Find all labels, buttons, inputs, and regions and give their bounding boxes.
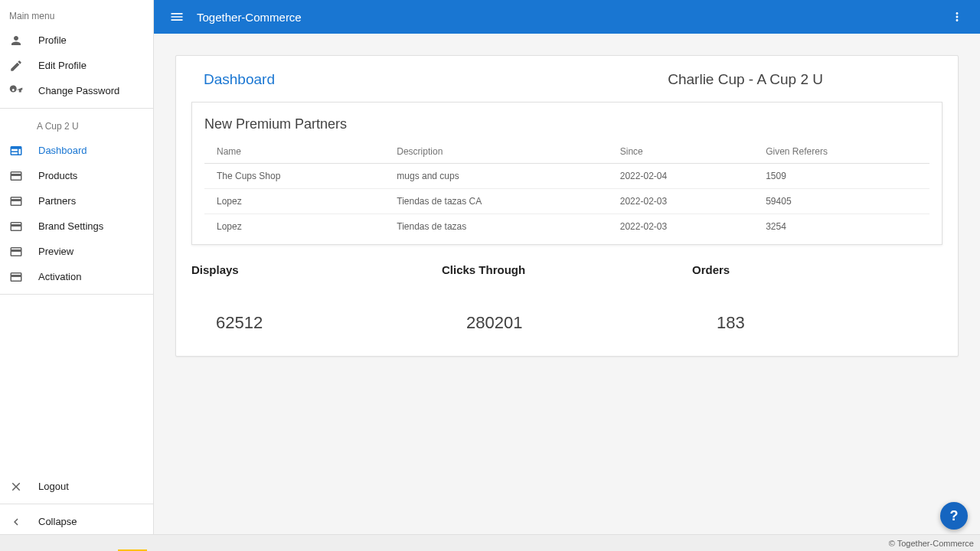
stat-displays: Displays 62512 [191,263,442,333]
table-row[interactable]: Lopez Tiendas de tazas 2022-02-03 3254 [204,214,929,245]
web-icon [9,144,28,158]
sidebar-item-collapse[interactable]: Collapse [0,509,153,534]
sidebar-item-label: Preview [38,246,74,257]
partners-table: Name Description Since Given Referers Th… [204,140,929,244]
sidebar-header: Main menu [0,0,153,28]
close-icon [9,480,28,494]
stat-label: Clicks Through [442,263,692,276]
sidebar-item-label: Products [38,170,77,181]
cell-referers: 59405 [753,189,929,214]
col-since: Since [608,140,753,164]
sidebar-item-dashboard[interactable]: Dashboard [0,138,153,163]
page-title: Charlie Cup - A Cup 2 U [668,71,823,88]
person-icon [9,34,28,47]
section-title: New Premium Partners [204,116,929,132]
table-row[interactable]: Lopez Tiendas de tazas CA 2022-02-03 594… [204,189,929,214]
stat-value: 62512 [191,313,442,333]
col-name: Name [204,140,384,164]
chevron-left-icon [9,515,28,529]
cell-name: Lopez [204,214,384,245]
stat-clicks: Clicks Through 280201 [442,263,692,333]
sidebar-item-change-password[interactable]: Change Password [0,78,153,103]
cell-desc: mugs and cups [384,164,607,189]
sidebar-item-label: Dashboard [38,145,87,156]
divider [0,108,153,109]
dashboard-card: Dashboard Charlie Cup - A Cup 2 U New Pr… [175,55,959,357]
sidebar-item-label: Logout [38,481,69,492]
sidebar: Main menu Profile Edit Profile Change Pa… [0,0,154,534]
col-description: Description [384,140,607,164]
more-vert-icon [950,10,964,24]
sidebar-item-label: Collapse [38,516,77,527]
stat-value: 183 [692,313,942,333]
card-icon [9,270,28,284]
footer: © Together-Commerce [0,534,980,551]
cell-since: 2022-02-03 [608,189,753,214]
partners-section: New Premium Partners Name Description Si… [191,102,942,245]
sidebar-item-label: Activation [38,271,81,282]
hamburger-icon [169,9,185,24]
cell-since: 2022-02-04 [608,164,753,189]
stat-value: 280201 [442,313,692,333]
sidebar-item-activation[interactable]: Activation [0,264,153,289]
cell-desc: Tiendas de tazas CA [384,189,607,214]
topbar: Together-Commerce [154,0,980,34]
sidebar-item-edit-profile[interactable]: Edit Profile [0,53,153,78]
sidebar-item-profile[interactable]: Profile [0,28,153,53]
help-fab-button[interactable]: ? [940,502,968,530]
cell-name: The Cups Shop [204,164,384,189]
cell-name: Lopez [204,189,384,214]
card-icon [9,194,28,208]
sidebar-item-label: Partners [38,195,76,207]
divider [0,504,153,504]
table-row[interactable]: The Cups Shop mugs and cups 2022-02-04 1… [204,164,929,189]
sidebar-item-partners[interactable]: Partners [0,188,153,214]
cell-desc: Tiendas de tazas [384,214,607,245]
sidebar-item-label: Edit Profile [38,60,87,71]
sidebar-item-label: Brand Settings [38,220,103,232]
sidebar-sub-header: A Cup 2 U [0,113,153,138]
sidebar-item-products[interactable]: Products [0,163,153,188]
stat-label: Orders [692,263,942,276]
sidebar-item-logout[interactable]: Logout [0,474,153,499]
card-icon [9,220,28,233]
cell-referers: 3254 [753,214,929,245]
key-icon [9,84,28,98]
sidebar-item-preview[interactable]: Preview [0,239,153,264]
cell-referers: 1509 [753,164,929,189]
copyright: © Together-Commerce [889,539,974,548]
card-icon [9,169,28,183]
card-icon [9,245,28,259]
more-menu-button[interactable] [943,3,971,31]
main-content: Dashboard Charlie Cup - A Cup 2 U New Pr… [154,34,980,534]
edit-icon [9,59,28,73]
cell-since: 2022-02-03 [608,214,753,245]
sidebar-item-brand-settings[interactable]: Brand Settings [0,214,153,239]
breadcrumb[interactable]: Dashboard [204,71,275,88]
stats-row: Displays 62512 Clicks Through 280201 Ord… [176,256,958,356]
sidebar-item-label: Change Password [38,85,119,96]
stat-orders: Orders 183 [692,263,942,333]
col-referers: Given Referers [753,140,929,164]
app-title: Together-Commerce [197,11,302,24]
stat-label: Displays [191,263,442,276]
divider [0,294,153,295]
sidebar-item-label: Profile [38,34,67,46]
menu-toggle-button[interactable] [163,3,191,31]
page-header: Dashboard Charlie Cup - A Cup 2 U [176,56,958,102]
